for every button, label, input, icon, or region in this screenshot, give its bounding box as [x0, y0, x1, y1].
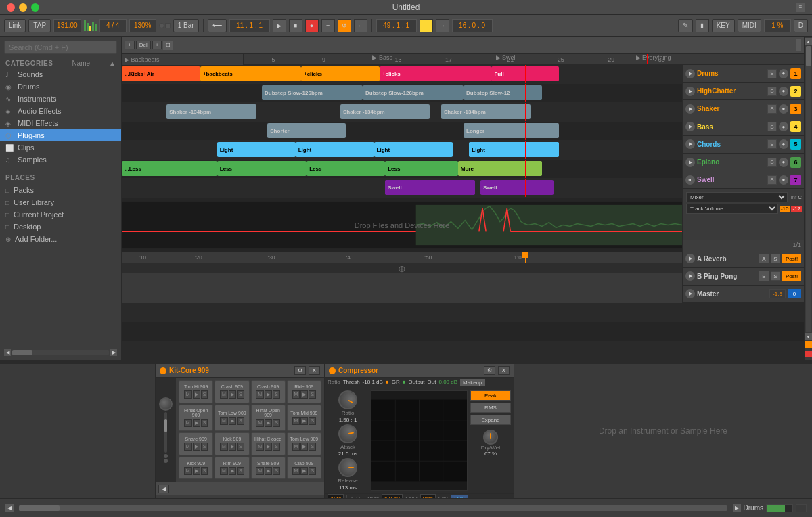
tomlow2-m[interactable]: M — [292, 443, 300, 451]
menu-icon[interactable]: ≡ — [796, 3, 805, 12]
snare1-s[interactable]: S — [201, 443, 208, 451]
hho-m[interactable]: M — [184, 419, 192, 427]
automation-lane[interactable]: Drop Files and Devices Here — [122, 198, 682, 252]
clip-kicks[interactable]: ...Kicks+Air — [122, 66, 200, 81]
mixer-select[interactable]: Mixer — [686, 192, 788, 202]
clap-s[interactable]: S — [309, 467, 316, 475]
sidebar-item-instruments[interactable]: ∿ Instruments — [0, 93, 121, 105]
kit-pad-snare1[interactable]: Snare 909 M ▶ S — [179, 432, 213, 455]
status-arrow-right[interactable]: ▶ — [733, 504, 741, 512]
tommid-play[interactable]: ▶ — [300, 417, 308, 425]
kit-settings-btn[interactable]: ⚙ — [294, 366, 306, 375]
clip-shorter[interactable]: Shorter — [267, 123, 346, 138]
clip-dubstep3[interactable]: Dubstep Slow-12 — [464, 85, 542, 100]
drums-mute-btn[interactable]: ● — [779, 69, 788, 78]
kit-pad-snare2[interactable]: Snare 909 M ▶ S — [251, 457, 286, 480]
loop-button[interactable]: ↺ — [338, 19, 351, 32]
kit-pad-rim[interactable]: Rim 909 M ▶ S — [215, 457, 249, 480]
pingpong-b-btn[interactable]: B — [759, 271, 769, 281]
clip-less4[interactable]: Less — [385, 161, 458, 176]
release-knob[interactable] — [338, 458, 357, 477]
pingpong-post-btn[interactable]: Post! — [782, 271, 801, 281]
reverb-s-btn[interactable]: S — [771, 254, 780, 263]
ratio-knob[interactable] — [335, 387, 361, 413]
sidebar-item-sounds[interactable]: ♩ Sounds — [0, 68, 121, 81]
send-a-track-area[interactable] — [122, 304, 804, 322]
status-arrow-left[interactable]: ◀ — [5, 504, 14, 512]
highchatter-mute-btn[interactable]: ● — [779, 87, 788, 96]
tomlow-m[interactable]: M — [220, 417, 228, 425]
kick1-play[interactable]: ▶ — [229, 443, 236, 451]
track-lane-swell[interactable]: Swell Swell — [122, 179, 682, 197]
makeup-btn[interactable]: Makeup — [460, 379, 484, 386]
reverb-play-btn[interactable]: ▶ — [685, 254, 695, 263]
crash1-s[interactable]: S — [237, 390, 244, 399]
time-sig-display[interactable]: 4 / 4 — [99, 19, 127, 32]
clip-clicks2[interactable]: +clicks — [380, 66, 492, 81]
kit-pad-clap[interactable]: Clap 909 M ▶ S — [287, 457, 321, 480]
clip-less2[interactable]: Less — [217, 161, 307, 176]
minimize-button[interactable] — [19, 3, 27, 12]
drums-s-btn[interactable]: S — [767, 69, 777, 78]
highchatter-s-btn[interactable]: S — [767, 87, 777, 96]
swell-mute-btn[interactable]: ● — [779, 175, 788, 185]
ride-s[interactable]: S — [309, 390, 316, 399]
scroll-left[interactable]: ◀ — [4, 349, 11, 356]
instrument-area[interactable]: Drop an Instrument or Sample Here — [514, 364, 812, 498]
kit-pad-hhclosed[interactable]: Hihat Closed M ▶ S — [251, 432, 286, 455]
kit-pad-tomlow2[interactable]: Tom Low 909 M ▶ S — [287, 432, 321, 455]
clap-play[interactable]: ▶ — [300, 467, 308, 475]
scroll-up[interactable]: ▲ — [805, 38, 812, 45]
pencil-btn[interactable]: ✎ — [678, 19, 693, 32]
epiano-play-btn[interactable]: ▶ — [685, 158, 695, 167]
play-button[interactable]: ▶ — [273, 19, 286, 32]
d-btn[interactable]: D — [794, 19, 808, 32]
kit-pad-crash1[interactable]: Crash 909 M ▶ S — [215, 380, 249, 403]
kick1-m[interactable]: M — [220, 443, 228, 451]
pingpong-play-btn[interactable]: ▶ — [685, 271, 695, 281]
tomlow2-play[interactable]: ▶ — [300, 443, 308, 451]
reverb-post-btn[interactable]: Post! — [782, 254, 801, 263]
status-scrollbar[interactable] — [19, 505, 727, 511]
track-lane-highchatter[interactable]: Dubstep Slow-126bpm Dubstep Slow-126bpm … — [122, 84, 682, 102]
track-lane-chords[interactable]: Light Light Light Light — [122, 141, 682, 159]
tomlow2-s[interactable]: S — [309, 443, 316, 451]
tommid-m[interactable]: M — [292, 417, 300, 425]
volume-select[interactable]: Track Volume — [686, 204, 778, 214]
epiano-s-btn[interactable]: S — [767, 158, 777, 167]
sidebar-item-drums[interactable]: ◉ Drums — [0, 81, 121, 93]
snare2-m[interactable]: M — [256, 467, 264, 475]
clip-dubstep2[interactable]: Dubstep Slow-126bpm — [363, 85, 464, 100]
loop-btn[interactable]: 1 Bar — [173, 19, 199, 32]
track-lane-bass[interactable]: Shorter Longer — [122, 122, 682, 140]
kit-close-btn[interactable]: ✕ — [309, 366, 320, 375]
kit-pad-tommid[interactable]: Tom Mid 909 M ▶ S — [287, 405, 321, 432]
crash2-play[interactable]: ▶ — [265, 390, 272, 399]
clip-swell1[interactable]: Swell — [385, 180, 474, 195]
crash1-play[interactable]: ▶ — [229, 390, 236, 399]
kit-pad-ride[interactable]: Ride 909 M ▶ S — [287, 380, 321, 403]
sidebar-item-samples[interactable]: ♫ Samples — [0, 154, 121, 166]
search-input[interactable] — [4, 41, 117, 54]
kit-pad-crash2[interactable]: Crash 909 M ▶ S — [251, 380, 286, 403]
add-track-plus[interactable]: ⊕ — [398, 263, 406, 274]
expand-btn[interactable]: ⊡ — [163, 41, 173, 50]
peak-btn[interactable]: Peak — [470, 390, 511, 401]
highchatter-play-btn[interactable]: ▶ — [685, 87, 695, 96]
position-marker[interactable] — [420, 19, 433, 32]
kit-knob1[interactable] — [159, 397, 173, 411]
expand-btn-mode[interactable]: Expand — [470, 415, 511, 425]
kit-pad-kick1[interactable]: Kick 909 M ▶ S — [215, 432, 249, 455]
sidebar-item-midi-effects[interactable]: ◈ MIDI Effects — [0, 117, 121, 129]
hhclosed-play[interactable]: ▶ — [265, 443, 272, 451]
kit-bottom-btn[interactable]: ◀ — [158, 485, 169, 493]
maximize-button[interactable] — [31, 3, 39, 12]
sidebar-item-user-library[interactable]: □ User Library — [0, 196, 121, 208]
pingpong-s-btn[interactable]: S — [771, 271, 780, 281]
bass-mute-btn[interactable]: ● — [779, 122, 788, 131]
chords-s-btn[interactable]: S — [767, 139, 777, 149]
kit-slider-thumb[interactable] — [164, 419, 167, 432]
comp-close-btn[interactable]: ✕ — [498, 366, 510, 375]
track-lane-epiano[interactable]: ...Less Less Less Less More — [122, 160, 682, 178]
ride-m[interactable]: M — [292, 390, 300, 399]
